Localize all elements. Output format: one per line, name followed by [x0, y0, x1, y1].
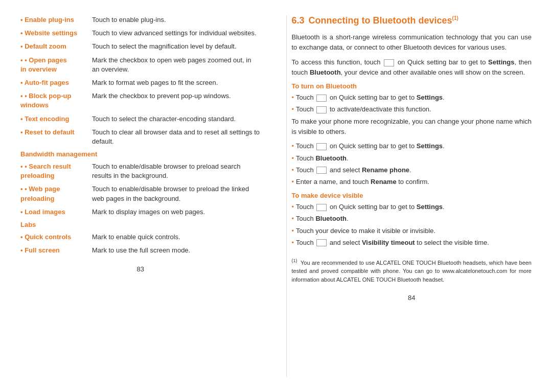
bluetooth-bold: Bluetooth — [315, 154, 347, 162]
bullet-text: Touch and select Rename phone. — [296, 166, 532, 175]
inline-icon — [316, 106, 327, 113]
list-item: • Touch Bluetooth. — [292, 214, 532, 223]
item-desc: Mark the checkbox to prevent pop-up wind… — [92, 91, 261, 110]
list-item: Full screen Mark to use the full screen … — [20, 246, 261, 255]
item-desc: Mark the checkbox to open web pages zoom… — [92, 56, 261, 74]
bullet-icon: • — [292, 226, 294, 236]
inline-icon — [316, 167, 327, 174]
list-item: • Touch and select Rename phone. — [292, 166, 532, 175]
item-desc: Touch to view advanced settings for indi… — [92, 29, 261, 38]
list-item: • Enter a name, and touch Rename to conf… — [292, 177, 532, 187]
rename-bold: Rename phone — [362, 166, 409, 174]
labs-header: Labs — [20, 221, 261, 228]
item-label: Full screen — [20, 246, 92, 255]
bullet-icon: • — [292, 202, 294, 212]
bullet-text: Touch Bluetooth. — [296, 154, 532, 163]
bullet-text: Touch your device to make it visible or … — [296, 226, 532, 236]
list-item: • Web pagepreloading Touch to enable/dis… — [20, 185, 261, 203]
item-label: • Search resultpreloading — [20, 162, 92, 180]
bullet-text: Touch on Quick setting bar to get to Set… — [296, 142, 532, 151]
list-item: • Touch on Quick setting bar to get to S… — [292, 142, 532, 151]
item-desc: Mark to format web pages to fit the scre… — [92, 78, 261, 87]
inline-icon — [316, 239, 327, 246]
access-text: To access this function, touch on Quick … — [292, 57, 532, 77]
item-desc: Mark to use the full screen mode. — [92, 246, 261, 255]
settings-list: Enable plug-ins Touch to enable plug-ins… — [20, 15, 261, 146]
settings-bold: Settings — [417, 203, 443, 211]
chapter-title: Connecting to Bluetooth devices(1) — [309, 15, 458, 26]
bullet-text: Touch to activate/deactivate this functi… — [296, 105, 532, 114]
item-label: Text encoding — [20, 114, 92, 124]
bullet-icon: • — [292, 154, 294, 163]
bullet-icon: • — [292, 166, 294, 175]
list-item: • Block pop-upwindows Mark the checkbox … — [20, 91, 261, 110]
bluetooth-bold: Bluetooth — [315, 215, 347, 222]
recognizable-text: To make your phone more recognizable, yo… — [292, 117, 532, 136]
item-label: Enable plug-ins — [20, 15, 92, 25]
settings-bold: Settings — [417, 142, 443, 150]
item-label: Default zoom — [20, 42, 92, 51]
item-desc: Mark to enable quick controls. — [92, 233, 261, 242]
footnote-text: You are recommended to use ALCATEL ONE T… — [292, 260, 532, 283]
item-label: • Open pagesin overview — [20, 56, 92, 74]
list-item: • Touch on Quick setting bar to get to S… — [292, 202, 532, 212]
list-item: Reset to default Touch to clear all brow… — [20, 128, 261, 146]
list-item: Default zoom Touch to select the magnifi… — [20, 42, 261, 51]
inline-icon — [316, 143, 327, 150]
chapter-number: 6.3 — [292, 15, 305, 26]
rename-confirm-bold: Rename — [371, 178, 397, 186]
turn-on-title: To turn on Bluetooth — [292, 82, 532, 90]
bandwidth-list: • Search resultpreloading Touch to enabl… — [20, 162, 261, 217]
item-desc: Mark to display images on web pages. — [92, 207, 261, 217]
item-label: Auto-fit pages — [20, 78, 92, 87]
visibility-bold: Visibility timeout — [362, 239, 415, 246]
visible-title: To make device visible — [292, 192, 532, 199]
list-item: • Touch Bluetooth. — [292, 154, 532, 163]
item-label: Load images — [20, 207, 92, 217]
bullet-icon: • — [292, 93, 294, 102]
list-item: Load images Mark to display images on we… — [20, 207, 261, 217]
bullet-icon: • — [292, 177, 294, 187]
item-desc: Touch to select the character-encoding s… — [92, 114, 261, 124]
item-desc: Touch to enable plug-ins. — [92, 15, 261, 25]
right-column: 6.3 Connecting to Bluetooth devices(1) B… — [286, 15, 532, 377]
list-item: • Touch your device to make it visible o… — [292, 226, 532, 236]
item-desc: Touch to enable/disable browser to prelo… — [92, 162, 261, 180]
labs-list: Quick controls Mark to enable quick cont… — [20, 233, 261, 255]
item-label: • Web pagepreloading — [20, 185, 92, 203]
bullet-text: Enter a name, and touch Rename to confir… — [296, 177, 532, 187]
item-label: Website settings — [20, 29, 92, 38]
page-container: Enable plug-ins Touch to enable plug-ins… — [0, 0, 552, 392]
superscript: (1) — [452, 15, 458, 21]
settings-bold: Settings — [488, 58, 514, 66]
list-item: Enable plug-ins Touch to enable plug-ins… — [20, 15, 261, 25]
bullet-text: Touch on Quick setting bar to get to Set… — [296, 93, 532, 102]
bandwidth-header: Bandwidth management — [20, 150, 261, 158]
bullet-icon: • — [292, 214, 294, 223]
item-label: Reset to default — [20, 128, 92, 146]
bullet-text: Touch Bluetooth. — [296, 214, 532, 223]
inline-icon — [384, 59, 394, 66]
item-label: Quick controls — [20, 233, 92, 242]
footnote: (1) You are recommended to use ALCATEL O… — [292, 258, 532, 284]
inline-icon — [316, 95, 327, 102]
bullet-text: Touch and select Visibility timeout to s… — [296, 238, 532, 247]
bullet-icon: • — [292, 238, 294, 247]
left-page-number: 83 — [20, 265, 261, 273]
left-column: Enable plug-ins Touch to enable plug-ins… — [20, 15, 266, 377]
right-page-number: 84 — [292, 294, 532, 302]
item-desc: Touch to clear all browser data and to r… — [92, 128, 261, 146]
item-desc: Touch to enable/disable browser to prelo… — [92, 185, 261, 203]
inline-icon — [316, 204, 327, 211]
list-item: Website settings Touch to view advanced … — [20, 29, 261, 38]
chapter-header: 6.3 Connecting to Bluetooth devices(1) — [292, 15, 532, 26]
list-item: Auto-fit pages Mark to format web pages … — [20, 78, 261, 87]
list-item: • Touch on Quick setting bar to get to S… — [292, 93, 532, 102]
list-item: • Search resultpreloading Touch to enabl… — [20, 162, 261, 180]
list-item: Quick controls Mark to enable quick cont… — [20, 233, 261, 242]
item-label: • Block pop-upwindows — [20, 91, 92, 110]
footnote-number: (1) — [292, 258, 297, 263]
bullet-icon: • — [292, 105, 294, 114]
bullet-text: Touch on Quick setting bar to get to Set… — [296, 202, 532, 212]
list-item: • Touch and select Visibility timeout to… — [292, 238, 532, 247]
